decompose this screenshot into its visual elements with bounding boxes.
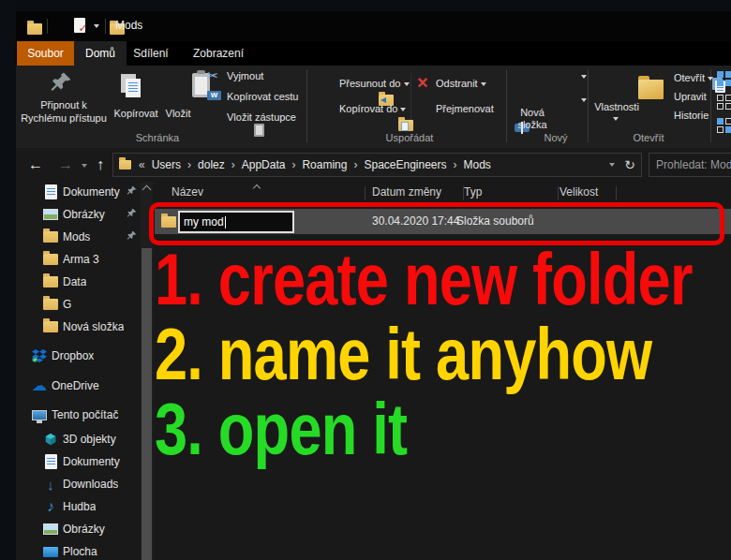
navigation-pane: Dokumenty Obrázky Mods Arma 3 Data [16, 182, 141, 560]
scroll-up-icon[interactable] [142, 185, 152, 195]
column-divider[interactable] [558, 186, 559, 200]
sidebar-item-label: Plocha [63, 545, 97, 558]
new-folder-icon[interactable] [638, 80, 664, 99]
sidebar-item-label: 3D objekty [63, 433, 116, 446]
back-icon[interactable]: ← [28, 157, 43, 172]
titlebar: ✓ Mods [16, 11, 731, 41]
column-divider[interactable] [463, 186, 464, 200]
delete-label: Odstranit [436, 78, 478, 89]
up-icon[interactable]: ↑ [97, 157, 104, 172]
chevron-right-icon[interactable]: › [447, 158, 464, 171]
search-input[interactable]: Prohledat: Mods [649, 153, 731, 177]
column-header-size[interactable]: Velikost [559, 185, 598, 200]
music-note-icon: ♪ [47, 499, 54, 514]
copy-to-icon [398, 120, 413, 131]
tab-home[interactable]: Domů [74, 41, 127, 66]
folder-icon [43, 321, 58, 332]
copy-path-button[interactable]: Kopírovat cestu [227, 91, 298, 102]
breadcrumb-users[interactable]: Users [152, 158, 181, 171]
open-button[interactable]: Otevřít [674, 72, 713, 83]
breadcrumb-spaceengineers[interactable]: SpaceEngineers [364, 158, 446, 171]
new-folder-label-2[interactable]: složka [504, 119, 560, 130]
refresh-icon[interactable]: ↻ [624, 158, 635, 171]
group-label-open: Otevřít [592, 132, 705, 143]
cut-button[interactable]: Vyjmout [227, 70, 263, 81]
breadcrumb-roaming[interactable]: Roaming [302, 158, 347, 171]
address-input[interactable]: « Users › dolez › AppData › Roaming › Sp… [112, 153, 642, 177]
column-header-type[interactable]: Typ [464, 185, 482, 200]
qat-folder-icon[interactable] [27, 23, 42, 35]
chevron-down-icon[interactable] [613, 117, 619, 121]
sidebar-item-label: Obrázky [63, 523, 105, 536]
scrollbar-thumb[interactable] [142, 248, 152, 560]
3d-objects-icon [44, 433, 57, 446]
breadcrumb-dolez[interactable]: dolez [198, 158, 225, 171]
pin-to-quick-access-button[interactable] [50, 70, 72, 98]
sort-ascending-icon [253, 184, 261, 192]
chevron-down-icon[interactable] [581, 75, 587, 79]
delete-button[interactable]: Odstranit [436, 78, 486, 89]
edit-button[interactable]: Upravit [674, 91, 707, 102]
recent-locations-icon[interactable] [82, 164, 87, 168]
explorer-window: ✓ Mods Soubor Domů Sdílení Zobrazení P [16, 11, 731, 560]
copy-to-label: Kopírovat do [339, 103, 397, 114]
properties-button[interactable]: Vlastnosti [588, 101, 646, 112]
paste-shortcut-button[interactable]: Vložit zástupce [227, 111, 296, 123]
column-header-name[interactable]: Název [172, 185, 203, 200]
new-folder-label-1[interactable]: Nová [504, 107, 560, 118]
sidebar-item-label: Dokumenty [63, 185, 120, 199]
sidebar-item-label: Obrázky [63, 208, 105, 221]
copy-to-button[interactable]: Kopírovat do [339, 103, 406, 114]
computer-icon [32, 410, 47, 420]
qat-properties-icon[interactable]: ✓ [74, 18, 85, 33]
picture-icon [43, 209, 58, 220]
invert-selection-icon[interactable] [717, 118, 731, 133]
breadcrumb-overflow[interactable]: « [139, 158, 145, 171]
breadcrumb-appdata[interactable]: AppData [242, 158, 286, 171]
sidebar-item-onedrive[interactable]: ☁ OneDrive [16, 376, 156, 396]
chevron-right-icon[interactable]: › [347, 158, 364, 171]
move-to-button[interactable]: Přesunout do [339, 78, 410, 89]
forward-icon[interactable]: → [58, 157, 73, 172]
sidebar-item-dropbox[interactable]: Dropbox [16, 346, 156, 366]
chevron-down-icon [400, 108, 406, 111]
copy-icon[interactable] [126, 79, 141, 97]
tab-view[interactable]: Zobrazení [185, 41, 252, 66]
chevron-down-icon[interactable] [581, 98, 587, 102]
chevron-right-icon[interactable]: › [225, 158, 242, 171]
history-button[interactable]: Historie [674, 110, 709, 121]
paste-shortcut-icon [254, 124, 264, 137]
group-label-organize: Uspořádat [353, 132, 466, 143]
select-none-icon[interactable] [717, 95, 731, 110]
column-divider[interactable] [616, 186, 617, 200]
delete-icon: × [417, 73, 428, 92]
column-header-date[interactable]: Datum změny [372, 185, 441, 200]
screen: ✓ Mods Soubor Domů Sdílení Zobrazení P [0, 0, 731, 560]
sidebar-item-label: Mods [63, 230, 90, 243]
rename-button[interactable]: Přejmenovat [436, 103, 494, 114]
sidebar-item-tento-pocitac[interactable]: Tento počítač [16, 405, 156, 425]
window-title: Mods [115, 19, 142, 32]
inner-separator [410, 73, 411, 125]
desktop-wallpaper-strip [0, 0, 16, 560]
pin-button-label-1[interactable]: Připnout k [16, 99, 112, 111]
chevron-right-icon[interactable]: › [285, 158, 302, 171]
column-divider[interactable] [365, 186, 366, 200]
breadcrumb-mods[interactable]: Mods [464, 158, 491, 171]
address-toolbar: ← → ↑ « Users › dolez › AppData › Roamin… [16, 148, 731, 184]
sidebar-item-label: OneDrive [52, 379, 99, 392]
tab-share[interactable]: Sdílení [121, 41, 181, 66]
sidebar-item-label: Hudba [63, 500, 96, 513]
qat-separator-2 [105, 19, 106, 34]
qat-dropdown-icon[interactable] [94, 24, 99, 28]
paste-button[interactable]: Vložit [155, 108, 201, 119]
chevron-down-icon [481, 82, 486, 86]
chevron-right-icon[interactable]: › [181, 158, 198, 171]
select-all-icon[interactable] [717, 71, 731, 86]
tab-file[interactable]: Soubor [17, 41, 74, 66]
address-controls: ↻ [609, 158, 635, 171]
cut-icon: ✂ [207, 68, 219, 82]
address-dropdown-icon[interactable] [609, 163, 615, 167]
pin-button-label-2[interactable]: Rychlému přístupu [16, 112, 112, 124]
chevron-down-icon [708, 77, 713, 81]
